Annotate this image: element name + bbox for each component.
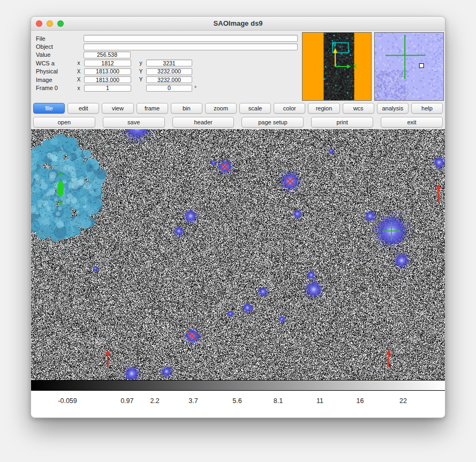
image-x-field[interactable] bbox=[84, 76, 131, 83]
image-x-sublabel: X bbox=[76, 77, 81, 83]
colorbar-tick-label: 22 bbox=[399, 397, 407, 405]
menu-color-button[interactable]: color bbox=[274, 103, 305, 114]
menu-analysis-button[interactable]: analysis bbox=[377, 103, 409, 114]
file-field[interactable] bbox=[84, 35, 298, 42]
window-titlebar[interactable]: SAOImage ds9 bbox=[31, 17, 445, 31]
close-icon[interactable] bbox=[36, 20, 42, 27]
wcs-y-sublabel: y bbox=[138, 60, 143, 66]
wcs-label: WCS a bbox=[31, 60, 76, 66]
info-row-object: Object bbox=[31, 42, 302, 50]
panner-canvas[interactable] bbox=[302, 32, 372, 101]
image-y-sublabel: Y bbox=[138, 77, 143, 83]
info-row-physical: Physical X Y bbox=[31, 68, 302, 76]
menu-frame-button[interactable]: frame bbox=[137, 103, 168, 114]
physical-x-sublabel: X bbox=[76, 69, 81, 74]
save-button[interactable]: save bbox=[103, 117, 165, 128]
colorbar[interactable] bbox=[31, 380, 445, 391]
coordinate-readout: File Object Value WCS a x y Physical X bbox=[31, 32, 302, 100]
frame-rotation-field[interactable] bbox=[146, 85, 192, 92]
menu-edit-button[interactable]: edit bbox=[67, 103, 99, 114]
wcs-y-field[interactable] bbox=[146, 59, 192, 66]
menu-file-button[interactable]: file bbox=[33, 103, 65, 114]
menu-help-button[interactable]: help bbox=[411, 103, 443, 114]
info-row-frame: Frame 0 x ° bbox=[31, 84, 302, 92]
info-row-file: File bbox=[31, 34, 302, 42]
physical-label: Physical bbox=[31, 68, 76, 74]
menu-bar: file edit view frame bin zoom scale colo… bbox=[31, 101, 445, 115]
window-title: SAOImage ds9 bbox=[214, 19, 263, 27]
frame-label: Frame 0 bbox=[31, 85, 76, 91]
physical-y-sublabel: Y bbox=[138, 69, 143, 74]
value-field[interactable] bbox=[84, 51, 131, 58]
menu-scale-button[interactable]: scale bbox=[239, 103, 271, 114]
physical-y-field[interactable] bbox=[146, 68, 192, 75]
object-field[interactable] bbox=[84, 43, 298, 50]
colorbar-ticks: -0.059 0.97 2.2 3.7 5.6 8.1 11 16 22 bbox=[31, 391, 445, 418]
colorbar-tick-label: 11 bbox=[316, 397, 323, 405]
traffic-lights bbox=[36, 17, 64, 30]
colorbar-tick-label: 0.97 bbox=[120, 397, 133, 405]
colorbar-tick-label: -0.059 bbox=[58, 397, 77, 405]
colorbar-tick-label: 2.2 bbox=[150, 397, 159, 405]
colorbar-tick-label: 16 bbox=[357, 397, 364, 405]
main-image-canvas[interactable] bbox=[31, 129, 445, 380]
menu-wcs-button[interactable]: wcs bbox=[343, 103, 374, 114]
colorbar-tick-label: 8.1 bbox=[274, 397, 283, 405]
info-row-wcs: WCS a x y bbox=[31, 59, 302, 67]
page-setup-button[interactable]: page setup bbox=[241, 117, 304, 128]
wcs-x-field[interactable] bbox=[84, 59, 131, 66]
maximize-icon[interactable] bbox=[57, 20, 64, 27]
open-button[interactable]: open bbox=[33, 117, 95, 128]
value-label: Value bbox=[31, 51, 76, 58]
frame-zoom-field[interactable] bbox=[84, 85, 131, 92]
wcs-x-sublabel: x bbox=[76, 60, 81, 66]
minimize-icon[interactable] bbox=[47, 20, 53, 27]
magnifier-canvas[interactable] bbox=[374, 32, 444, 101]
print-button[interactable]: print bbox=[311, 117, 373, 128]
menu-bin-button[interactable]: bin bbox=[171, 103, 202, 114]
menu-region-button[interactable]: region bbox=[308, 103, 339, 114]
object-label: Object bbox=[31, 43, 76, 50]
image-label: Image bbox=[31, 77, 76, 83]
degree-suffix: ° bbox=[194, 85, 197, 91]
file-toolbar: open save header page setup print exit bbox=[31, 115, 445, 129]
image-y-field[interactable] bbox=[146, 76, 192, 83]
exit-button[interactable]: exit bbox=[381, 117, 443, 128]
colorbar-tick-label: 5.6 bbox=[232, 397, 241, 405]
info-panel: File Object Value WCS a x y Physical X bbox=[31, 31, 445, 101]
frame-zoom-sublabel: x bbox=[76, 85, 81, 91]
info-row-value: Value bbox=[31, 51, 302, 59]
file-label: File bbox=[31, 35, 76, 42]
ds9-window: SAOImage ds9 File Object Value WCS a x y bbox=[31, 16, 445, 418]
physical-x-field[interactable] bbox=[84, 68, 131, 75]
menu-view-button[interactable]: view bbox=[102, 103, 133, 114]
colorbar-tick-label: 3.7 bbox=[188, 397, 198, 405]
menu-zoom-button[interactable]: zoom bbox=[205, 103, 237, 114]
header-button[interactable]: header bbox=[172, 117, 235, 128]
info-row-image: Image X Y bbox=[31, 76, 302, 84]
